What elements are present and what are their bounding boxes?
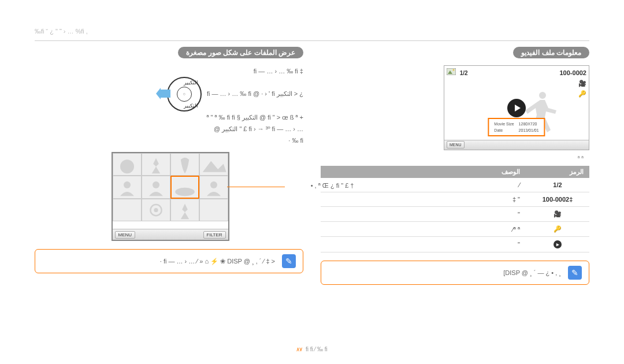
zoom-dial-diagram: التكبير التكبير ○ <box>167 77 202 112</box>
svg-rect-0 <box>447 68 456 75</box>
thumb-cell[interactable] <box>170 153 199 176</box>
note-icon: ✎ <box>568 266 582 280</box>
th-icon: الرمز <box>526 166 589 178</box>
thumb-cell[interactable] <box>113 153 142 176</box>
thumb-cell[interactable] <box>113 176 142 198</box>
callout-line <box>227 187 285 187</box>
dial-center: ○ <box>177 87 192 102</box>
play-button[interactable] <box>507 99 526 117</box>
note-disp-left: ✎ · fi — … › … ⁄ » ⌂ ⚡ ❀ DISP @ ¸ , ´ ⁄ … <box>35 249 303 273</box>
svg-point-5 <box>124 181 131 188</box>
note-text: [DISP @ ¸ ´ — ¿ • , ¸ <box>328 269 561 276</box>
thumb-cell[interactable] <box>142 199 170 221</box>
thumb-mini-icon: 1/2 <box>447 68 468 76</box>
note-text: · fi — … › … ⁄ » ⌂ ⚡ ❀ DISP @ ¸ , ´ ⁄ ‡ … <box>42 258 275 265</box>
screen-menubar: MENU <box>444 140 589 150</box>
table-row: ⁄ª ª🔑 <box>321 222 589 237</box>
thumb-cell[interactable] <box>142 176 170 198</box>
filter-button[interactable]: FILTER <box>203 231 226 239</box>
play-circle-icon: ▸ <box>554 240 562 248</box>
left-column: عرض الملفات على شكل صور مصغرة fi — … › …… <box>35 47 303 285</box>
thumb-cell-selected[interactable] <box>170 176 199 198</box>
table-row: "🎥 <box>321 207 589 222</box>
table-row: ⁄1/2 <box>321 178 589 192</box>
zoom-label-bottom: التكبير <box>184 100 198 112</box>
svg-marker-4 <box>202 161 226 172</box>
thumb-cell[interactable] <box>170 199 199 221</box>
th-desc: الوصف <box>321 166 526 178</box>
heading-video-info: معلومات ملف الفيديو <box>513 47 589 58</box>
menu-button[interactable]: MENU <box>447 141 465 148</box>
heading-thumbnails: عرض الملفات على شكل صور مصغرة <box>178 47 303 58</box>
note-icon: ✎ <box>282 254 296 268</box>
page-number: ٨٧ <box>296 346 302 352</box>
overlay-pointer-label: ª ª <box>321 155 584 161</box>
header-rule: ‰fi ˘ ¿ " ˜ › … %fi , <box>35 28 589 41</box>
icon-description-table: الوصف الرمز ⁄1/2 ‡ "100-0002‡ "🎥 ⁄ª ª🔑 "… <box>321 166 589 252</box>
svg-point-3 <box>120 159 134 173</box>
file-number-label: 100-0002 <box>560 68 587 77</box>
thumb-cell[interactable] <box>199 199 228 221</box>
thumb-cell[interactable] <box>199 176 228 198</box>
table-row: ‡ "100-0002‡ <box>321 192 589 207</box>
table-row: "▸ <box>321 237 589 252</box>
svg-point-8 <box>210 181 217 188</box>
video-info-screen: 1/2 100-0002 🎥 🔑 Movie Size1280X720 Date… <box>444 65 589 150</box>
note-disp-right: ✎ [DISP @ ¸ ´ — ¿ • , ¸ <box>321 261 589 285</box>
menu-button[interactable]: MENU <box>115 231 136 239</box>
thumb-cell[interactable] <box>142 153 170 176</box>
screen-counter: 1/2 <box>460 70 468 76</box>
movie-icon: 🎥 <box>560 79 587 88</box>
svg-point-10 <box>154 208 158 212</box>
body-text: fi — … › … ‰ fi ‡ التكبير التكبير ○ fi —… <box>35 65 303 146</box>
thumbnail-grid-screen: MENU FILTER <box>112 152 229 241</box>
thumb-cell[interactable] <box>113 199 142 221</box>
thumb-cell[interactable] <box>199 153 228 176</box>
callout-text: • , ª Œ ¿ fi " £ † <box>285 182 354 189</box>
page-footer: ٨٧ fi fi ⁄ ‰ fi <box>0 346 624 352</box>
svg-point-7 <box>175 188 195 196</box>
right-column: معلومات ملف الفيديو 1/2 100-0002 🎥 🔑 <box>321 47 589 285</box>
arrow-icon <box>160 90 170 98</box>
svg-point-2 <box>453 69 455 71</box>
movie-info-overlay: Movie Size1280X720 Date2013/01/01 <box>488 118 545 136</box>
svg-point-6 <box>153 181 159 188</box>
